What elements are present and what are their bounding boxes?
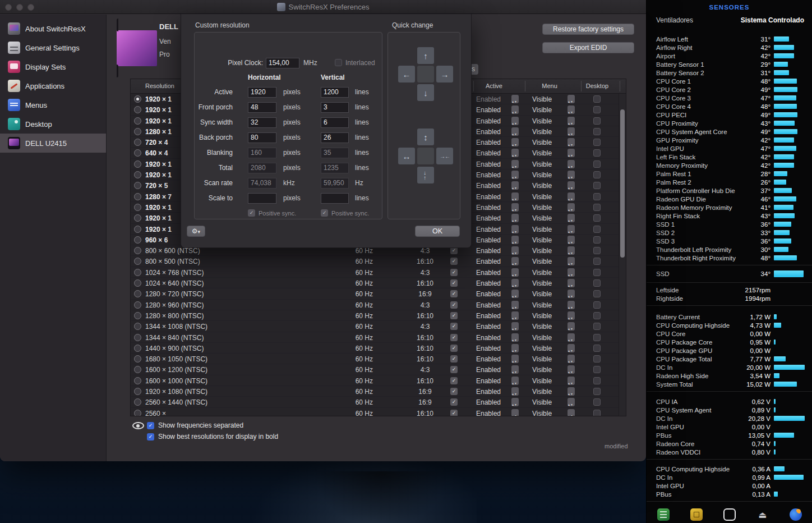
pixel-clock-field[interactable]: 154,00 [266, 58, 299, 68]
table-row[interactable]: 1600 × 1200 (NTSC)60 Hz4:3✓Enabled▲▼Visi… [131, 364, 626, 375]
table-row[interactable]: 1440 × 900 (NTSC)60 Hz16:10✓Enabled▲▼Vis… [131, 343, 626, 354]
stepper-control[interactable]: ▲▼ [568, 279, 575, 287]
table-row[interactable]: 1024 × 640 (NTSC)60 Hz16:10✓Enabled▲▼Vis… [131, 278, 626, 288]
scaled-checkbox[interactable]: ✓ [450, 279, 458, 287]
stepper-control[interactable]: ▲▼ [568, 387, 575, 396]
resolution-radio[interactable] [134, 388, 141, 395]
column-active[interactable]: Active [474, 82, 514, 89]
stepper-control[interactable]: ▲▼ [511, 257, 519, 265]
resolution-radio[interactable] [134, 236, 141, 244]
scaled-checkbox[interactable]: ✓ [450, 388, 458, 395]
show-best-resolutions-checkbox[interactable]: ✓ Show best resolutions for display in b… [147, 433, 278, 441]
desktop-checkbox[interactable] [593, 388, 601, 395]
table-row[interactable]: 800 × 500 (NTSC)60 Hz16:10✓Enabled▲▼Visi… [131, 256, 626, 267]
desktop-checkbox[interactable] [593, 193, 601, 200]
stepper-control[interactable]: ▲▼ [511, 149, 519, 157]
resolution-radio[interactable] [134, 182, 141, 189]
desktop-checkbox[interactable] [593, 398, 601, 406]
stepper-control[interactable]: ▲▼ [568, 290, 575, 298]
desktop-checkbox[interactable] [593, 236, 601, 244]
scaled-checkbox[interactable]: ✓ [450, 410, 458, 416]
resolution-radio[interactable] [134, 171, 141, 178]
desktop-checkbox[interactable] [593, 345, 601, 352]
stepper-control[interactable]: ▲▼ [511, 365, 519, 374]
stepper-control[interactable]: ▲▼ [511, 181, 519, 190]
shrink-horizontal-icon[interactable]: →← [436, 148, 453, 164]
stepper-control[interactable]: ▲▼ [511, 160, 519, 168]
stepper-control[interactable]: ▲▼ [568, 236, 575, 244]
stepper-control[interactable]: ▲▼ [511, 290, 519, 298]
stepper-control[interactable]: ▲▼ [511, 268, 519, 277]
cpu-widget-icon[interactable] [690, 508, 703, 521]
stepper-control[interactable]: ▲▼ [511, 322, 519, 331]
stepper-control[interactable]: ▲▼ [568, 268, 575, 277]
scrollbar-thumb[interactable] [620, 109, 625, 258]
desktop-checkbox[interactable] [593, 106, 601, 113]
resolution-radio[interactable] [134, 366, 141, 373]
scaled-checkbox[interactable]: ✓ [450, 398, 458, 406]
stepper-control[interactable]: ▲▼ [511, 236, 519, 244]
stepper-control[interactable]: ▲▼ [568, 333, 575, 342]
stepper-control[interactable]: ▲▼ [511, 387, 519, 396]
desktop-checkbox[interactable] [593, 139, 601, 146]
desktop-checkbox[interactable] [593, 290, 601, 297]
horizontal-value-field[interactable] [248, 193, 276, 204]
resolution-radio[interactable] [134, 290, 141, 297]
scaled-checkbox[interactable]: ✓ [450, 312, 458, 319]
move-up-arrow[interactable]: ↑ [417, 47, 434, 64]
scaled-checkbox[interactable]: ✓ [450, 366, 458, 373]
resolution-radio[interactable] [134, 149, 141, 157]
stepper-control[interactable]: ▲▼ [568, 365, 575, 374]
column-menu[interactable]: Menu [530, 82, 569, 89]
desktop-checkbox[interactable] [593, 301, 601, 309]
resolution-radio[interactable] [134, 258, 141, 265]
desktop-checkbox[interactable] [593, 149, 601, 157]
stepper-control[interactable]: ▲▼ [568, 344, 575, 352]
stepper-control[interactable]: ▲▼ [568, 192, 575, 201]
scaled-checkbox[interactable]: ✓ [450, 269, 458, 276]
stepper-control[interactable]: ▲▼ [568, 203, 575, 212]
resolution-radio[interactable] [134, 398, 141, 406]
horizontal-value-field[interactable]: 1920 [248, 87, 276, 98]
stepper-control[interactable]: ▲▼ [511, 355, 519, 363]
stepper-control[interactable]: ▲▼ [568, 171, 575, 179]
interlaced-checkbox[interactable] [335, 59, 342, 66]
scaled-checkbox[interactable]: ✓ [450, 258, 458, 265]
move-down-arrow[interactable]: ↓ [417, 84, 434, 101]
stepper-control[interactable]: ▲▼ [568, 257, 575, 265]
stepper-control[interactable]: ▲▼ [511, 409, 519, 416]
scaled-checkbox[interactable]: ✓ [450, 247, 458, 254]
scaled-checkbox[interactable]: ✓ [450, 323, 458, 330]
resolution-radio[interactable] [134, 95, 141, 103]
desktop-checkbox[interactable] [593, 366, 601, 373]
stepper-control[interactable]: ▲▼ [568, 311, 575, 320]
scaled-checkbox[interactable]: ✓ [450, 334, 458, 341]
resolution-radio[interactable] [134, 117, 141, 125]
restore-factory-settings-button[interactable]: Restore factory settings [542, 24, 634, 35]
positive-sync-v-checkbox[interactable]: ✓ [321, 209, 328, 217]
sidebar-item-general[interactable]: General Settings [0, 38, 106, 57]
vertical-value-field[interactable]: 6 [321, 117, 349, 128]
eject-icon[interactable]: ⏏ [756, 508, 769, 521]
stepper-control[interactable]: ▲▼ [511, 138, 519, 146]
fan-mode-value[interactable]: Sistema Controlado [741, 16, 804, 24]
resolution-radio[interactable] [134, 204, 141, 211]
gear-menu-button[interactable]: ⚙▾ [187, 226, 205, 237]
desktop-checkbox[interactable] [593, 258, 601, 265]
scaled-checkbox[interactable]: ✓ [450, 355, 458, 363]
horizontal-value-field[interactable]: 48 [248, 102, 276, 113]
table-row[interactable]: 1344 × 840 (NTSC)60 Hz16:10✓Enabled▲▼Vis… [131, 332, 626, 343]
horizontal-value-field[interactable]: 32 [248, 117, 276, 128]
stepper-control[interactable]: ▲▼ [568, 95, 575, 103]
vertical-value-field[interactable]: 3 [321, 102, 349, 113]
vertical-value-field[interactable]: 1200 [321, 87, 349, 98]
desktop-checkbox[interactable] [593, 377, 601, 384]
stepper-control[interactable]: ▲▼ [511, 127, 519, 136]
desktop-checkbox[interactable] [593, 117, 601, 125]
resolution-radio[interactable] [134, 355, 141, 363]
resolution-radio[interactable] [134, 214, 141, 222]
resolution-radio[interactable] [134, 128, 141, 135]
desktop-checkbox[interactable] [593, 160, 601, 168]
stepper-control[interactable]: ▲▼ [568, 127, 575, 136]
stepper-control[interactable]: ▲▼ [511, 171, 519, 179]
